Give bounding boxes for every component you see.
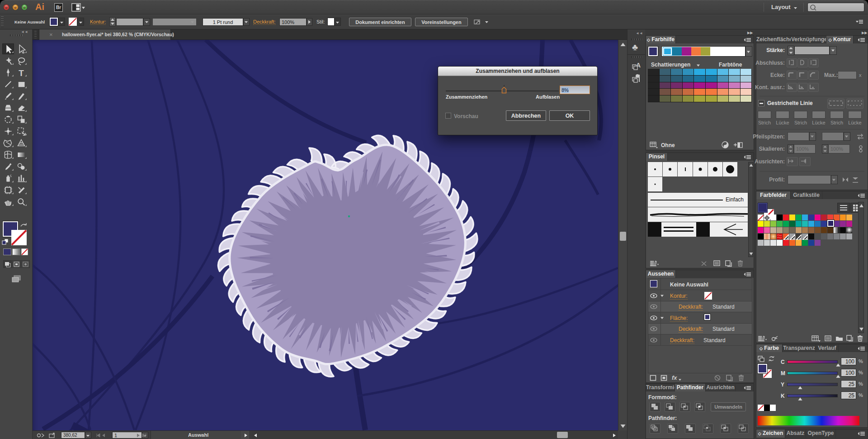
svg-text:T: T [19,68,24,77]
